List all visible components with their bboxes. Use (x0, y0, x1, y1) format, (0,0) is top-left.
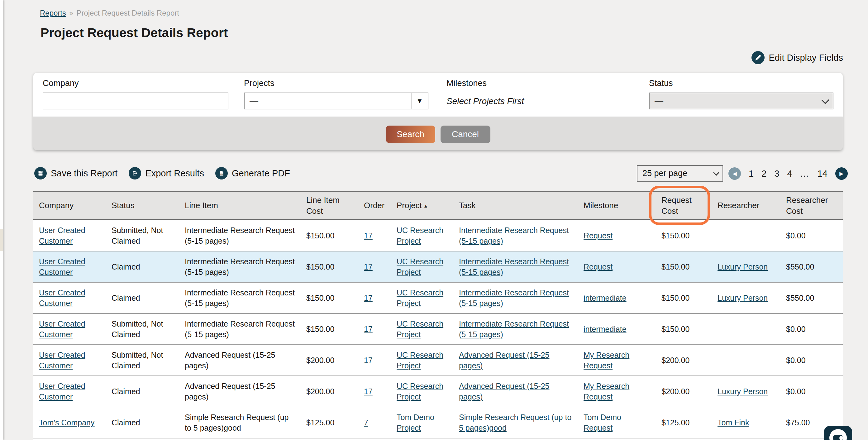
task-link[interactable]: Intermediate Research Request (5-15 page… (459, 319, 569, 339)
line-item-cell: Intermediate Research Request (5-15 page… (179, 282, 301, 313)
status-cell: Submitted, Not Claimed (106, 438, 179, 440)
line-item-cell: Advanced Request (15-25 pages) (179, 376, 301, 407)
per-page-select[interactable]: 25 per page (637, 165, 723, 182)
sidebar-handle[interactable] (0, 229, 3, 251)
export-results-button[interactable]: Export Results (129, 167, 204, 180)
researcher-cost-cell: $0.00 (780, 220, 843, 251)
column-header-project[interactable]: Project (391, 192, 453, 220)
company-link[interactable]: User Created Customer (39, 382, 85, 401)
project-link[interactable]: UC Research Project (397, 257, 443, 277)
page-number-14[interactable]: 14 (817, 168, 828, 179)
task-link[interactable]: Intermediate Research Request (5-15 page… (459, 257, 569, 277)
line-item-cell: Advanced Request (15-25 pages) (179, 345, 301, 376)
breadcrumb-reports-link[interactable]: Reports (40, 9, 66, 17)
milestone-link[interactable]: Tom Demo Request (584, 413, 621, 433)
save-report-button[interactable]: Save this Report (34, 167, 118, 180)
status-filter: Status — (649, 78, 833, 109)
status-label: Status (649, 78, 833, 88)
researcher-link[interactable]: Luxury Person (717, 293, 768, 302)
column-header-status[interactable]: Status (106, 192, 179, 220)
table-row: Testing 1 Submitted, Not Claimed Advance… (33, 438, 843, 440)
svg-text:PDF: PDF (220, 173, 223, 175)
task-link[interactable]: Simple Research Request (up to 5 pages)g… (459, 413, 571, 433)
researcher-link[interactable]: Luxury Person (717, 262, 768, 271)
project-link[interactable]: UC Research Project (397, 351, 443, 370)
generate-pdf-button[interactable]: PDF Generate PDF (215, 167, 290, 180)
column-header-researcher-cost[interactable]: Researcher Cost (780, 192, 843, 220)
projects-dropdown[interactable]: — ▼ (244, 93, 428, 109)
order-link[interactable]: 17 (364, 293, 373, 302)
project-link[interactable]: UC Research Project (397, 226, 443, 246)
dropdown-arrow-icon[interactable]: ▼ (411, 93, 428, 109)
status-selected-value: — (655, 96, 663, 106)
page-number-3[interactable]: 3 (774, 168, 779, 179)
researcher-cost-cell: $550.00 (780, 282, 843, 313)
table-row: User Created Customer Submitted, Not Cla… (33, 313, 843, 345)
line-item-cell: Advanced Request (15-25 pages) (179, 438, 301, 440)
search-button[interactable]: Search (386, 126, 435, 143)
project-link[interactable]: Tom Demo Project (397, 413, 434, 433)
collapsed-sidebar-strip[interactable] (0, 0, 3, 440)
page-number-2[interactable]: 2 (762, 168, 767, 179)
column-header-line-item-cost[interactable]: Line Item Cost (301, 192, 358, 220)
milestone-link[interactable]: My Research Request (584, 382, 629, 401)
task-link[interactable]: Intermediate Research Request (5-15 page… (459, 226, 569, 246)
milestone-link[interactable]: intermediate (584, 293, 626, 302)
table-row: User Created Customer Submitted, Not Cla… (33, 345, 843, 376)
page-number-4[interactable]: 4 (787, 168, 792, 179)
edit-display-fields-button[interactable]: Edit Display Fields (751, 51, 843, 64)
order-link[interactable]: 17 (364, 231, 373, 240)
breadcrumb-current: Project Request Details Report (76, 9, 179, 17)
company-link[interactable]: User Created Customer (39, 288, 85, 308)
report-page: Reports»Project Request Details Report P… (0, 0, 868, 440)
column-header-milestone[interactable]: Milestone (578, 192, 656, 220)
company-link[interactable]: User Created Customer (39, 226, 85, 246)
next-page-button[interactable]: ▶ (835, 167, 848, 180)
milestone-link[interactable]: Request (584, 231, 613, 240)
project-link[interactable]: UC Research Project (397, 382, 443, 401)
order-link[interactable]: 17 (364, 356, 373, 365)
company-link[interactable]: Tom's Company (39, 418, 94, 427)
pencil-icon (751, 51, 765, 64)
chat-widget-button[interactable] (824, 426, 852, 440)
per-page-value: 25 per page (643, 168, 687, 178)
page-ellipsis: … (800, 168, 810, 179)
company-link[interactable]: User Created Customer (39, 319, 85, 339)
column-header-researcher[interactable]: Researcher (712, 192, 780, 220)
column-header-line-item[interactable]: Line Item (179, 192, 301, 220)
project-link[interactable]: UC Research Project (397, 288, 443, 308)
order-link[interactable]: 17 (364, 387, 373, 396)
column-header-task[interactable]: Task (453, 192, 578, 220)
cancel-button[interactable]: Cancel (440, 126, 490, 143)
page-number-1[interactable]: 1 (749, 168, 754, 179)
company-link[interactable]: User Created Customer (39, 257, 85, 277)
company-input[interactable] (43, 93, 228, 109)
task-link[interactable]: Intermediate Research Request (5-15 page… (459, 288, 569, 308)
researcher-link[interactable]: Tom Fink (717, 418, 749, 427)
order-link[interactable]: 7 (364, 418, 368, 427)
column-header-company[interactable]: Company (33, 192, 106, 220)
export-results-label: Export Results (145, 168, 204, 179)
task-link[interactable]: Advanced Request (15-25 pages) (459, 382, 549, 401)
researcher-link[interactable]: Luxury Person (717, 387, 768, 396)
column-header-request-cost[interactable]: Request Cost (656, 192, 712, 220)
order-link[interactable]: 17 (364, 262, 373, 271)
task-link[interactable]: Advanced Request (15-25 pages) (459, 351, 549, 370)
status-select[interactable]: — (649, 93, 833, 109)
filter-actions: Search Cancel (33, 126, 843, 143)
breadcrumb: Reports»Project Request Details Report (40, 9, 179, 18)
project-link[interactable]: UC Research Project (397, 319, 443, 339)
status-cell: Claimed (106, 282, 179, 313)
milestone-link[interactable]: Request (584, 262, 613, 271)
table-row: User Created Customer Submitted, Not Cla… (33, 220, 843, 251)
column-header-order[interactable]: Order (358, 192, 391, 220)
milestone-link[interactable]: My Research Request (584, 351, 629, 370)
order-link[interactable]: 17 (364, 325, 373, 334)
pdf-icon: PDF (215, 167, 228, 180)
previous-page-button[interactable]: ◀ (728, 167, 741, 180)
pagination: ◀ 1 2 3 4 … 14 ▶ (728, 167, 848, 180)
company-link[interactable]: User Created Customer (39, 351, 85, 370)
milestone-link[interactable]: intermediate (584, 325, 626, 334)
request-cost-cell: $150.00 (656, 313, 712, 345)
save-report-label: Save this Report (51, 168, 118, 179)
